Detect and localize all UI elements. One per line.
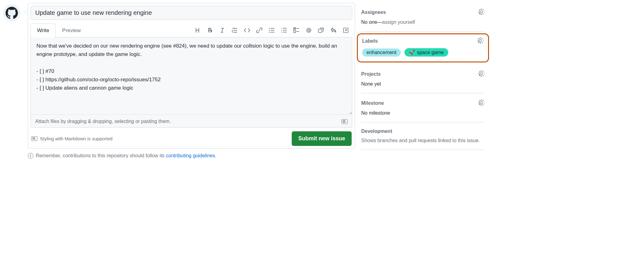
development-title: Development <box>361 129 392 134</box>
cross-reference-icon[interactable] <box>318 27 324 34</box>
svg-rect-17 <box>318 29 322 32</box>
heading-icon[interactable] <box>194 27 201 34</box>
svg-rect-5 <box>270 32 274 32</box>
svg-point-1 <box>269 30 270 31</box>
guidelines-post: . <box>215 153 216 158</box>
milestone-none: No milestone <box>361 110 485 116</box>
milestone-gear-icon[interactable] <box>479 100 485 107</box>
mention-icon[interactable] <box>305 27 312 34</box>
milestone-title: Milestone <box>361 100 384 106</box>
info-icon: i <box>28 153 33 159</box>
label-space-game[interactable]: 🚀space game <box>404 48 448 57</box>
svg-rect-14 <box>294 31 295 32</box>
guidelines-link[interactable]: contributing guidelines <box>166 153 215 158</box>
projects-none: None yet <box>361 81 485 87</box>
tab-write[interactable]: Write <box>31 23 56 37</box>
code-icon[interactable] <box>244 27 250 34</box>
unordered-list-icon[interactable] <box>268 27 275 34</box>
issue-form: Write Preview 123 <box>28 3 355 149</box>
italic-icon[interactable] <box>219 27 226 34</box>
bold-icon[interactable] <box>207 27 213 34</box>
assignees-title: Assignees <box>361 10 386 15</box>
development-desc: Shows branches and pull requests linked … <box>361 138 485 143</box>
task-list-icon[interactable] <box>293 27 300 34</box>
assignees-none: No one— <box>361 19 382 25</box>
svg-point-0 <box>269 28 270 29</box>
tab-preview[interactable]: Preview <box>56 23 87 37</box>
reply-icon[interactable] <box>330 27 337 34</box>
ordered-list-icon[interactable]: 123 <box>281 27 287 34</box>
svg-rect-11 <box>283 32 287 32</box>
svg-rect-3 <box>270 28 274 29</box>
label-enhancement[interactable]: enhancement <box>362 49 401 57</box>
svg-rect-10 <box>283 30 287 31</box>
svg-text:3: 3 <box>281 31 282 33</box>
avatar[interactable] <box>3 4 20 22</box>
markdown-badge-icon: M↓ <box>341 119 348 124</box>
projects-gear-icon[interactable] <box>479 70 485 78</box>
link-icon[interactable] <box>256 27 263 34</box>
fullscreen-icon[interactable] <box>342 27 349 34</box>
title-input[interactable] <box>31 6 352 20</box>
labels-section-highlight: Labels enhancement 🚀space game <box>357 33 489 62</box>
projects-title: Projects <box>361 71 381 77</box>
markdown-support-text: Styling with Markdown is supported <box>40 136 112 141</box>
attach-hint[interactable]: Attach files by dragging & dropping, sel… <box>35 119 171 124</box>
labels-title: Labels <box>362 38 378 44</box>
svg-rect-4 <box>270 30 274 31</box>
assignees-gear-icon[interactable] <box>479 9 485 16</box>
quote-icon[interactable] <box>231 27 238 34</box>
svg-rect-13 <box>296 28 299 29</box>
svg-rect-9 <box>283 28 287 29</box>
markdown-icon: M↓ <box>31 136 37 141</box>
svg-rect-15 <box>296 31 299 32</box>
svg-point-16 <box>308 29 310 31</box>
submit-button[interactable]: Submit new issue <box>292 131 352 146</box>
svg-point-2 <box>269 32 270 33</box>
assign-yourself-link[interactable]: assign yourself <box>382 19 415 25</box>
guidelines-text: Remember, contributions to this reposito… <box>36 153 166 158</box>
body-textarea[interactable]: Now that we've decided on our new render… <box>31 37 352 115</box>
labels-gear-icon[interactable] <box>478 37 484 44</box>
